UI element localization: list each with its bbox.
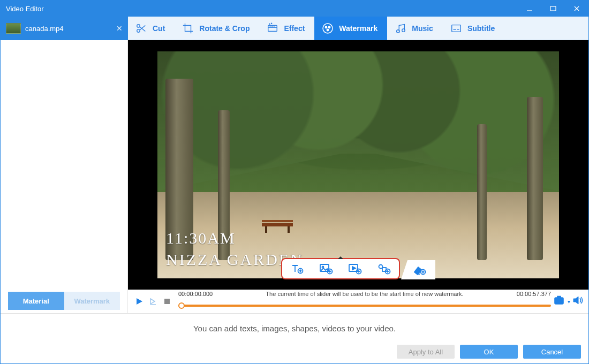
tab-cut-label: Cut bbox=[153, 24, 165, 33]
close-button[interactable] bbox=[565, 1, 588, 17]
tab-subtitle-label: Subtitle bbox=[467, 24, 495, 33]
tab-cut[interactable]: Cut bbox=[128, 17, 175, 40]
toolbar: canada.mp4 ✕ Cut Rotate & Crop Effect Wa… bbox=[1, 17, 588, 40]
svg-rect-8 bbox=[268, 25, 277, 31]
add-text-watermark-button[interactable] bbox=[290, 262, 305, 275]
sidebar-tab-material-label: Material bbox=[23, 297, 49, 305]
volume-button[interactable] bbox=[572, 296, 583, 307]
snapshot-button[interactable] bbox=[554, 295, 565, 307]
bottom-message: You can add texts, images, shapes, video… bbox=[1, 314, 588, 343]
watermark-tool-group bbox=[281, 258, 400, 279]
svg-rect-48 bbox=[557, 297, 561, 298]
svg-rect-45 bbox=[164, 299, 170, 304]
sidebar-tab-material[interactable]: Material bbox=[8, 292, 64, 310]
duration-time: 00:00:57.377 bbox=[517, 291, 551, 297]
tab-effect[interactable]: Effect bbox=[259, 17, 314, 40]
timecode-area: 00:00:00.000 The current time of slider … bbox=[178, 291, 551, 312]
window-controls bbox=[518, 1, 588, 17]
current-time: 00:00:00.000 bbox=[178, 291, 213, 297]
add-image-watermark-button[interactable] bbox=[319, 262, 334, 275]
svg-point-17 bbox=[328, 26, 331, 28]
music-icon bbox=[394, 21, 407, 35]
add-video-watermark-button[interactable] bbox=[348, 262, 363, 275]
add-shape-watermark-button[interactable] bbox=[376, 262, 391, 275]
snapshot-dropdown-icon[interactable]: ▾ bbox=[568, 299, 570, 305]
erase-watermark-button[interactable] bbox=[412, 263, 427, 276]
preview-area: 11:30AM NIZZA GARDEN bbox=[128, 40, 588, 313]
play-button[interactable] bbox=[133, 295, 145, 307]
tab-watermark-label: Watermark bbox=[339, 24, 377, 33]
tab-music-label: Music bbox=[412, 24, 433, 33]
tool-tabs: Cut Rotate & Crop Effect Watermark Music… bbox=[128, 17, 588, 40]
slider-knob[interactable] bbox=[178, 302, 185, 309]
main-area: Material Watermark 11:30AM NIZZA GARDEN bbox=[1, 40, 588, 313]
minimize-button[interactable] bbox=[518, 1, 541, 17]
tab-music[interactable]: Music bbox=[387, 17, 443, 40]
maximize-button[interactable] bbox=[541, 1, 565, 17]
sidebar-tabs: Material Watermark bbox=[8, 292, 120, 310]
svg-rect-1 bbox=[550, 6, 556, 11]
tab-effect-label: Effect bbox=[284, 24, 305, 33]
svg-rect-21 bbox=[452, 25, 461, 32]
svg-point-15 bbox=[323, 24, 333, 33]
sidebar: Material Watermark bbox=[1, 40, 128, 313]
crop-icon bbox=[181, 21, 195, 35]
bench-graphic bbox=[262, 220, 293, 233]
timeline: 00:00:00.000 The current time of slider … bbox=[128, 290, 588, 313]
close-file-icon[interactable]: ✕ bbox=[116, 24, 123, 33]
tab-watermark[interactable]: Watermark bbox=[314, 17, 387, 40]
sidebar-content bbox=[1, 40, 127, 292]
window-title: Video Editor bbox=[6, 5, 44, 13]
watermark-icon bbox=[321, 21, 335, 35]
stop-button[interactable] bbox=[161, 295, 173, 307]
svg-point-14 bbox=[271, 23, 272, 24]
video-canvas[interactable]: 11:30AM NIZZA GARDEN bbox=[128, 40, 588, 290]
file-tab[interactable]: canada.mp4 ✕ bbox=[1, 17, 128, 40]
tab-rotate-crop[interactable]: Rotate & Crop bbox=[175, 17, 259, 40]
svg-point-47 bbox=[557, 299, 561, 302]
title-bar: Video Editor bbox=[1, 1, 588, 17]
sidebar-tab-watermark[interactable]: Watermark bbox=[64, 292, 120, 310]
svg-point-16 bbox=[325, 26, 328, 28]
file-name: canada.mp4 bbox=[25, 25, 64, 33]
timeline-slider[interactable] bbox=[178, 305, 551, 307]
overlay-time-text: 11:30AM bbox=[166, 229, 236, 247]
sidebar-tab-watermark-label: Watermark bbox=[74, 297, 110, 305]
step-button[interactable] bbox=[147, 295, 159, 307]
tab-subtitle[interactable]: Subtitle bbox=[443, 17, 504, 40]
apply-to-all-button[interactable]: Apply to All bbox=[397, 345, 455, 359]
cancel-button[interactable]: Cancel bbox=[523, 345, 581, 359]
bottom-panel: You can add texts, images, shapes, video… bbox=[1, 313, 588, 363]
tab-rotate-crop-label: Rotate & Crop bbox=[199, 24, 250, 33]
file-thumbnail bbox=[6, 23, 21, 34]
watermark-toolbar bbox=[281, 258, 435, 279]
timeline-hint: The current time of slider will be used … bbox=[266, 291, 463, 297]
ok-button[interactable]: OK bbox=[460, 345, 518, 359]
svg-point-18 bbox=[327, 28, 329, 31]
video-frame: 11:30AM NIZZA GARDEN bbox=[157, 51, 559, 278]
bottom-buttons: Apply to All OK Cancel bbox=[1, 343, 588, 363]
timeline-right-controls: ▾ bbox=[554, 295, 583, 307]
scissors-icon bbox=[134, 21, 148, 35]
subtitle-icon bbox=[449, 21, 463, 35]
watermark-erase-group bbox=[401, 260, 435, 279]
effect-icon bbox=[266, 21, 280, 35]
svg-point-13 bbox=[269, 24, 270, 24]
